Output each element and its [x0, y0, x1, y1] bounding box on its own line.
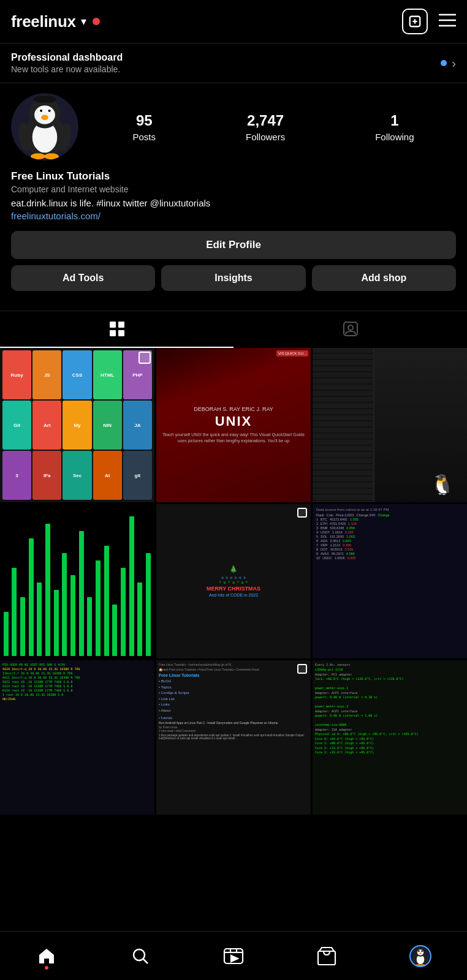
avatar-image [11, 93, 78, 160]
insights-button[interactable]: Insights [161, 265, 305, 291]
following-label: Following [375, 132, 414, 142]
grid-item-stickers[interactable]: Ruby JS CSS HTML PHP Git Art My NIN JA 3… [0, 348, 154, 502]
xmas-tree-art: 🎄 o o o o o o * o * o * o * [219, 565, 248, 584]
unix-title: UNIX [215, 413, 252, 429]
pro-dashboard-banner[interactable]: Professional dashboard New tools are now… [0, 43, 467, 83]
tab-grid[interactable] [0, 311, 234, 348]
posts-stat[interactable]: 95 Posts [132, 112, 156, 142]
profile-section: 95 Posts 2,747 Followers 1 Following Fre… [0, 83, 467, 304]
svg-rect-23 [110, 330, 116, 336]
xmas-merry-text: MERRY CHRISTMAS [207, 586, 260, 592]
header: freelinux ▾ [0, 0, 467, 43]
header-icons [402, 9, 456, 34]
photo-grid: Ruby JS CSS HTML PHP Git Art My NIN JA 3… [0, 348, 467, 815]
pro-banner-subtitle: New tools are now available. [11, 64, 123, 74]
svg-marker-33 [231, 956, 238, 962]
pro-banner-chevron-icon: › [452, 56, 456, 70]
pro-banner-title: Professional dashboard [11, 52, 123, 63]
multi-post-icon [297, 508, 307, 518]
bio-text: eat.drink.linux is life. #linux twitter … [11, 197, 456, 222]
grid-item-server[interactable]: 🐧 [313, 348, 467, 502]
nav-shop[interactable] [308, 938, 345, 974]
svg-point-18 [44, 153, 59, 159]
svg-line-28 [143, 959, 148, 963]
blog-url: Free Linux Tutorials - /var/net/sys/admi… [159, 663, 308, 666]
blog-post-title: Run Android Apps on Linux Part 2 : Insta… [159, 721, 308, 725]
svg-point-40 [421, 950, 423, 952]
bio-display-name: Free Linux Tutorials [11, 170, 456, 183]
svg-point-26 [348, 325, 353, 330]
followers-label: Followers [246, 132, 285, 142]
posts-label: Posts [132, 132, 156, 142]
pro-banner-right: › [441, 56, 456, 70]
svg-point-14 [41, 115, 48, 120]
bio-category: Computer and Internet website [11, 184, 456, 194]
following-stat[interactable]: 1 Following [375, 112, 414, 142]
multi-post-icon [139, 352, 151, 364]
grid-item-crypto[interactable]: Data source from coinco.io as at 1:18:47… [313, 504, 467, 658]
header-left: freelinux ▾ [11, 12, 100, 31]
pro-banner-dot [441, 60, 447, 66]
following-count: 1 [390, 112, 398, 129]
unix-authors: DEBORAH S. RAY ERIC J. RAY [194, 406, 273, 412]
bottom-nav [0, 931, 467, 980]
svg-rect-22 [118, 322, 124, 328]
menu-button[interactable] [439, 13, 456, 29]
svg-point-13 [48, 110, 51, 112]
svg-point-45 [420, 964, 425, 966]
svg-rect-34 [318, 951, 335, 965]
svg-point-9 [34, 105, 55, 124]
new-post-button[interactable] [402, 9, 428, 34]
unix-label: VIS QUICK GU... [276, 350, 308, 356]
nav-search[interactable] [122, 938, 159, 974]
svg-point-44 [416, 964, 420, 966]
svg-point-43 [425, 954, 428, 963]
grid-item-terminal2[interactable]: Every 2.0s: sensors i350da-pci-1110 Adap… [313, 660, 467, 815]
xmas-sub-text: And lots of CODE in 2022 [209, 593, 258, 597]
action-buttons: Ad Tools Insights Add shop [11, 265, 456, 291]
svg-point-39 [418, 950, 420, 952]
edit-profile-button[interactable]: Edit Profile [11, 231, 456, 259]
tabs-row [0, 311, 467, 348]
penguin-server-icon: 🐧 [430, 473, 455, 496]
followers-stat[interactable]: 2,747 Followers [246, 112, 285, 142]
pro-banner-text: Professional dashboard New tools are now… [11, 52, 123, 74]
blog-breadcrumb: 🏠next Free Linux Tutorials • Feed Free L… [159, 668, 308, 671]
blog-nav: • BLOG • Topics • Configs & Scripts • Li… [159, 679, 308, 714]
bio-section: Free Linux Tutorials Computer and Intern… [11, 170, 456, 222]
blog-content: 1.Run package updates and repositories s… [159, 734, 308, 740]
profile-top: 95 Posts 2,747 Followers 1 Following [11, 93, 456, 160]
grid-item-unix[interactable]: DEBORAH S. RAY ERIC J. RAY UNIX Teach yo… [156, 348, 311, 502]
ad-tools-button[interactable]: Ad Tools [11, 265, 155, 291]
svg-point-42 [412, 954, 416, 963]
chevron-down-icon[interactable]: ▾ [81, 15, 86, 28]
svg-point-27 [134, 949, 145, 960]
svg-rect-24 [118, 330, 124, 336]
grid-item-terminal1[interactable]: PID USER PR NI VIRT RES SHR S %CPU 9420 … [0, 660, 154, 815]
posts-count: 95 [136, 112, 153, 129]
svg-point-41 [419, 952, 422, 954]
blog-section: • Tutorials [159, 716, 308, 720]
avatar[interactable] [11, 93, 78, 160]
nav-profile[interactable] [402, 938, 439, 974]
unix-description: Teach yourself UNIX the quick and easy w… [161, 432, 306, 444]
add-shop-button[interactable]: Add shop [312, 265, 456, 291]
home-notification-dot [45, 966, 48, 970]
followers-count: 2,747 [247, 112, 284, 129]
svg-point-12 [40, 110, 42, 112]
svg-rect-20 [36, 96, 53, 102]
svg-point-17 [31, 153, 45, 159]
blog-comments: 2 min read • Add Comment [159, 729, 308, 733]
svg-rect-21 [110, 322, 116, 328]
nav-home[interactable] [28, 938, 65, 974]
blog-title: Free Linux Tutorials [159, 673, 308, 677]
grid-item-blog[interactable]: Free Linux Tutorials - /var/net/sys/admi… [156, 660, 311, 815]
tab-tagged[interactable] [234, 311, 467, 348]
grid-item-chart[interactable] [0, 504, 154, 658]
bio-website[interactable]: freelinuxtutorials.com/ [11, 211, 101, 221]
username-label[interactable]: freelinux [11, 12, 76, 31]
stats-row: 95 Posts 2,747 Followers 1 Following [91, 112, 456, 142]
crypto-source: Data source from coinco.io as at 1:18:47… [316, 508, 463, 511]
nav-reels[interactable] [215, 938, 252, 974]
grid-item-christmas[interactable]: 🎄 o o o o o o * o * o * o * MERRY CHRIST… [156, 504, 311, 658]
